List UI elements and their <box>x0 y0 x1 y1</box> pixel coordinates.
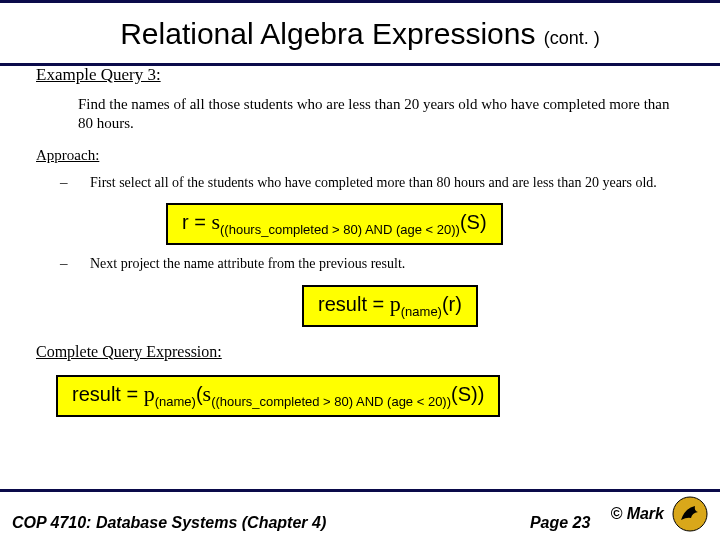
bullet-dash: – <box>60 174 90 192</box>
bullet-row-2: – Next project the name attribute from t… <box>60 255 684 273</box>
f1-sub: ((hours_completed > 80) AND (age < 20)) <box>220 222 460 237</box>
slide-title: Relational Algebra Expressions (cont. ) <box>0 3 720 59</box>
footer-right: © Mark <box>610 496 708 532</box>
pi-icon: p <box>390 291 401 316</box>
footer-course: COP 4710: Database Systems (Chapter 4) <box>12 514 510 532</box>
bullet-row-1: – First select all of the students who h… <box>60 174 684 192</box>
title-cont: (cont. ) <box>544 28 600 48</box>
content-area: Example Query 3: Find the names of all t… <box>0 59 720 427</box>
formula-box-1: r = s((hours_completed > 80) AND (age < … <box>166 203 503 245</box>
sigma-icon: s <box>203 381 212 406</box>
bullet-text-1: First select all of the students who hav… <box>90 174 657 192</box>
complete-heading: Complete Query Expression: <box>36 343 684 361</box>
title-main: Relational Algebra Expressions <box>120 17 535 50</box>
formula3-wrap: result = p(name)(s((hours_completed > 80… <box>56 369 684 427</box>
f1-lhs: r = <box>182 211 211 233</box>
formula1-wrap: r = s((hours_completed > 80) AND (age < … <box>166 197 684 255</box>
formula-box-3: result = p(name)(s((hours_completed > 80… <box>56 375 500 417</box>
formula2-wrap: result = p(name)(r) <box>96 279 684 337</box>
f2-sub: (name) <box>401 304 442 319</box>
formula-3: result = p(name)(s((hours_completed > 80… <box>72 383 484 405</box>
bullet-dash: – <box>60 255 90 273</box>
f3-sub2: ((hours_completed > 80) AND (age < 20)) <box>211 394 451 409</box>
divider-top <box>0 63 720 66</box>
f3-rel: (S)) <box>451 383 484 405</box>
footer-page: Page 23 <box>510 514 610 532</box>
formula-2: result = p(name)(r) <box>318 293 462 315</box>
approach-heading: Approach: <box>36 147 684 164</box>
footer: COP 4710: Database Systems (Chapter 4) P… <box>0 496 720 532</box>
f3-lhs: result = <box>72 383 144 405</box>
f1-rel: (S) <box>460 211 487 233</box>
bullet-text-2: Next project the name attribute from the… <box>90 255 405 273</box>
f2-lhs: result = <box>318 293 390 315</box>
pegasus-logo-icon <box>672 496 708 532</box>
example-heading: Example Query 3: <box>36 65 684 85</box>
slide: Relational Algebra Expressions (cont. ) … <box>0 0 720 540</box>
f3-open: ( <box>196 383 203 405</box>
query-text: Find the names of all those students who… <box>78 95 684 133</box>
f2-rel: (r) <box>442 293 462 315</box>
formula-1: r = s((hours_completed > 80) AND (age < … <box>182 211 487 233</box>
footer-copyright: © Mark <box>610 505 664 523</box>
pi-icon: p <box>144 381 155 406</box>
formula-box-2: result = p(name)(r) <box>302 285 478 327</box>
divider-bottom <box>0 489 720 492</box>
f3-sub1: (name) <box>155 394 196 409</box>
sigma-icon: s <box>211 209 220 234</box>
